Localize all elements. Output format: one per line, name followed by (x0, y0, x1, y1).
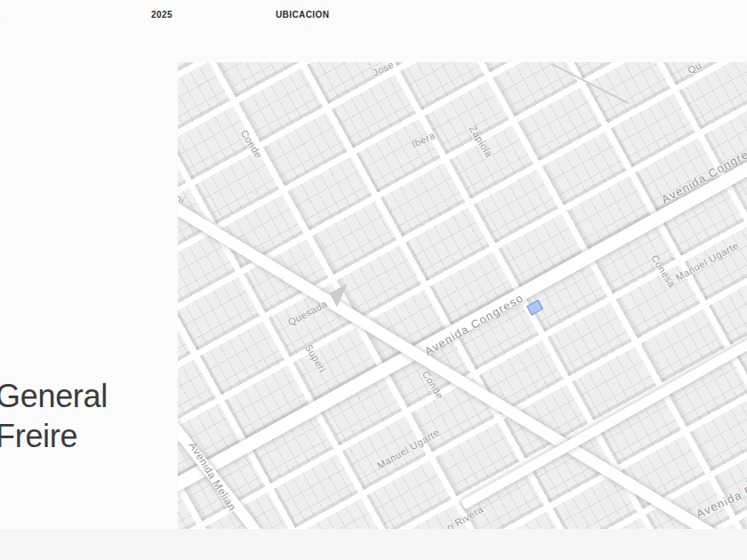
bottom-strip (0, 529, 747, 560)
page-title-line2: Freire (0, 416, 108, 456)
page-title-line1: General (0, 376, 108, 416)
header-year: 2025 (151, 10, 173, 20)
header-section-label: UBICACION (276, 10, 329, 20)
map-street-grid (178, 62, 747, 529)
page-title: General Freire (0, 376, 108, 456)
header-left-fragment: A (0, 10, 1, 20)
page: { "header": { "fragment": "A", "year": "… (0, 0, 747, 560)
location-map[interactable]: JoseniCondeIberaZapiolaQuAvenida Congres… (178, 62, 747, 529)
